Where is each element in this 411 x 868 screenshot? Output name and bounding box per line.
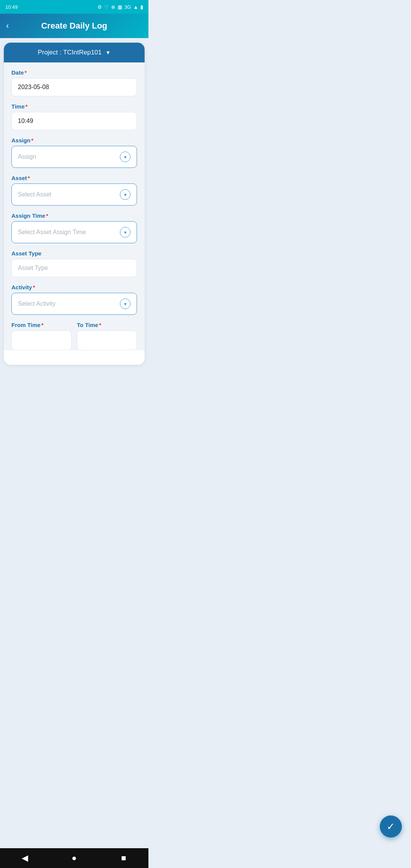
signal-icon: ▲ bbox=[133, 4, 138, 10]
sim-icon: ▦ bbox=[118, 4, 122, 10]
activity-field-group: Activity* Select Activity ▾ bbox=[11, 284, 137, 315]
assign-placeholder: Assign bbox=[18, 153, 36, 160]
project-chevron-icon: ▼ bbox=[105, 49, 111, 56]
from-time-input[interactable] bbox=[11, 330, 72, 350]
battery-icon: ▮ bbox=[140, 4, 143, 10]
activity-chevron-icon: ▾ bbox=[120, 298, 131, 309]
time-field-group: Time* bbox=[11, 103, 137, 130]
asset-type-label: Asset Type bbox=[11, 250, 137, 257]
activity-placeholder: Select Activity bbox=[18, 300, 56, 307]
project-selector[interactable]: Project : TCIntRep101 ▼ bbox=[4, 43, 145, 62]
asset-placeholder: Select Asset bbox=[18, 191, 51, 198]
asset-type-input[interactable] bbox=[11, 259, 137, 277]
settings-icon: ⚙ bbox=[97, 4, 102, 10]
status-bar: 10:49 ⚙ ♡ ⊗ ▦ 3G ▲ ▮ bbox=[0, 0, 148, 14]
assign-label: Assign* bbox=[11, 137, 137, 144]
main-card: Project : TCIntRep101 ▼ Date* Time* Assi… bbox=[4, 43, 145, 365]
status-time: 10:49 bbox=[5, 4, 18, 10]
assign-field-group: Assign* Assign ▾ bbox=[11, 137, 137, 168]
asset-field-group: Asset* Select Asset ▾ bbox=[11, 175, 137, 206]
asset-label: Asset* bbox=[11, 175, 137, 181]
page-title: Create Daily Log bbox=[41, 21, 107, 31]
assign-dropdown[interactable]: Assign ▾ bbox=[11, 146, 137, 168]
assign-chevron-icon: ▾ bbox=[120, 152, 131, 162]
status-icons: ⚙ ♡ ⊗ ▦ 3G ▲ ▮ bbox=[97, 4, 143, 10]
time-row: From Time* To Time* bbox=[11, 322, 137, 350]
wifi-icon: ⊗ bbox=[111, 4, 115, 10]
assign-time-chevron-icon: ▾ bbox=[120, 227, 131, 238]
from-time-col: From Time* bbox=[11, 322, 72, 350]
assign-time-field-group: Assign Time* Select Asset Assign Time ▾ bbox=[11, 212, 137, 243]
assign-time-placeholder: Select Asset Assign Time bbox=[18, 229, 86, 236]
asset-dropdown[interactable]: Select Asset ▾ bbox=[11, 183, 137, 206]
network-label: 3G bbox=[124, 4, 131, 10]
time-label: Time* bbox=[11, 103, 137, 110]
back-button[interactable]: ‹ bbox=[6, 21, 9, 31]
to-time-label: To Time* bbox=[77, 322, 137, 328]
from-time-label: From Time* bbox=[11, 322, 72, 328]
time-input[interactable] bbox=[11, 112, 137, 130]
header: ‹ Create Daily Log bbox=[0, 14, 148, 38]
activity-dropdown[interactable]: Select Activity ▾ bbox=[11, 293, 137, 315]
date-input[interactable] bbox=[11, 78, 137, 96]
date-label: Date* bbox=[11, 69, 137, 76]
to-time-input[interactable] bbox=[77, 330, 137, 350]
project-label: Project : TCIntRep101 bbox=[38, 49, 102, 56]
asset-type-field-group: Asset Type bbox=[11, 250, 137, 277]
form-area: Date* Time* Assign* Assign ▾ Asset* bbox=[4, 62, 145, 350]
date-field-group: Date* bbox=[11, 69, 137, 96]
heart-icon: ♡ bbox=[104, 4, 109, 10]
to-time-col: To Time* bbox=[77, 322, 137, 350]
activity-label: Activity* bbox=[11, 284, 137, 290]
assign-time-dropdown[interactable]: Select Asset Assign Time ▾ bbox=[11, 221, 137, 243]
asset-chevron-icon: ▾ bbox=[120, 189, 131, 200]
assign-time-label: Assign Time* bbox=[11, 212, 137, 219]
